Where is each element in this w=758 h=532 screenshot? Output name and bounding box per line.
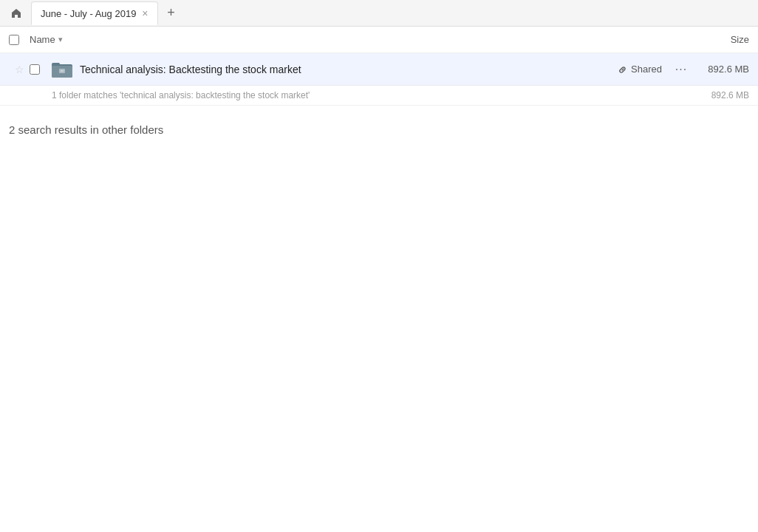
- home-icon: [10, 7, 22, 19]
- name-column-header[interactable]: Name ▾: [30, 34, 690, 45]
- file-checkbox[interactable]: [30, 64, 47, 75]
- file-select-input[interactable]: [30, 64, 40, 75]
- shared-badge: Shared: [618, 64, 662, 75]
- size-column-header: Size: [690, 34, 749, 45]
- active-tab[interactable]: June - July - Aug 2019 ×: [31, 1, 158, 25]
- select-all-input[interactable]: [9, 35, 19, 45]
- home-button[interactable]: [6, 3, 27, 24]
- more-options-button[interactable]: ···: [671, 59, 692, 80]
- name-column-label: Name: [30, 34, 55, 45]
- tab-label: June - July - Aug 2019: [41, 8, 136, 19]
- star-button[interactable]: ☆: [9, 59, 30, 80]
- other-results-label: 2 search results in other folders: [0, 106, 758, 145]
- tab-close-icon[interactable]: ×: [142, 7, 148, 19]
- select-all-checkbox[interactable]: [9, 35, 30, 45]
- file-name: Technical analysis: Backtesting the stoc…: [80, 64, 618, 75]
- folder-icon: [50, 58, 74, 81]
- shared-label: Shared: [631, 64, 662, 75]
- size-column-label: Size: [731, 34, 749, 45]
- link-icon: [618, 64, 628, 75]
- chevron-down-icon: ▾: [58, 35, 63, 44]
- more-options-icon: ···: [675, 63, 687, 76]
- tab-bar: June - July - Aug 2019 × +: [0, 0, 758, 27]
- folder-icon-svg: [52, 61, 72, 78]
- star-icon: ☆: [15, 64, 24, 75]
- match-text: 1 folder matches 'technical analysis: ba…: [52, 90, 697, 100]
- column-header: Name ▾ Size: [0, 27, 758, 53]
- file-size: 892.6 MB: [697, 64, 749, 75]
- new-tab-button[interactable]: +: [161, 3, 182, 24]
- file-row[interactable]: ☆ Technical analysis: Backtesting the st…: [0, 53, 758, 86]
- match-info-row: 1 folder matches 'technical analysis: ba…: [0, 86, 758, 106]
- match-size: 892.6 MB: [697, 90, 749, 100]
